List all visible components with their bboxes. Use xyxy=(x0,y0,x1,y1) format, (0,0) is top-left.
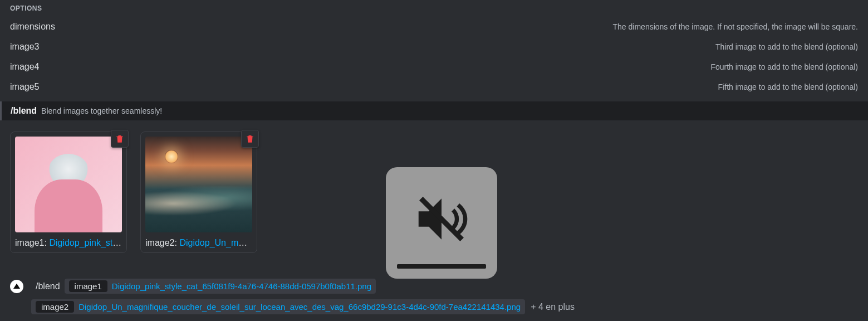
attachment-filename: Digidop_Un_magni… xyxy=(179,238,252,247)
more-params-indicator[interactable]: + 4 en plus xyxy=(531,302,575,312)
volume-level-bar xyxy=(397,264,486,269)
attachment-caption: image1: Digidop_pink_style… xyxy=(15,238,122,248)
option-name: dimensions xyxy=(10,22,55,32)
option-dimensions[interactable]: dimensions The dimensions of the image. … xyxy=(10,17,858,37)
option-description: The dimensions of the image. If not spec… xyxy=(613,22,858,31)
options-panel: OPTIONS dimensions The dimensions of the… xyxy=(0,0,868,101)
command-hint-bar[interactable]: /blend Blend images together seamlessly! xyxy=(0,101,868,120)
command-hint-name: /blend xyxy=(11,106,37,116)
command-hint-description: Blend images together seamlessly! xyxy=(41,106,162,115)
option-name: image3 xyxy=(10,42,39,52)
param-key: image1 xyxy=(69,280,107,292)
attachment-key: image1 xyxy=(15,238,44,247)
delete-attachment-button[interactable] xyxy=(241,130,259,148)
option-name: image5 xyxy=(10,82,39,92)
attachment-filename: Digidop_pink_style… xyxy=(49,238,122,247)
attachment-thumbnail xyxy=(145,137,252,232)
command-name: /blend xyxy=(36,281,60,291)
speaker-muted-icon xyxy=(411,188,472,250)
bot-avatar xyxy=(10,280,23,293)
option-image5[interactable]: image5 Fifth image to add to the blend (… xyxy=(10,77,858,97)
volume-muted-osd xyxy=(386,167,497,279)
option-description: Fifth image to add to the blend (optiona… xyxy=(718,82,858,91)
option-description: Third image to add to the blend (optiona… xyxy=(715,42,858,51)
attachment-card-image1[interactable]: image1: Digidop_pink_style… xyxy=(10,132,127,253)
sail-icon xyxy=(12,282,21,291)
param-value: Digidop_pink_style_cat_65f081f9-4a76-474… xyxy=(112,281,371,291)
command-input-area[interactable]: /blend image1 Digidop_pink_style_cat_65f… xyxy=(0,279,868,314)
trash-icon xyxy=(245,134,255,144)
option-description: Fourth image to add to the blend (option… xyxy=(710,62,858,71)
option-image4[interactable]: image4 Fourth image to add to the blend … xyxy=(10,57,858,77)
param-key: image2 xyxy=(36,301,74,313)
delete-attachment-button[interactable] xyxy=(111,130,129,148)
attachment-key: image2 xyxy=(145,238,174,247)
trash-icon xyxy=(115,134,125,144)
param-value: Digidop_Un_magnifique_coucher_de_soleil_… xyxy=(79,302,521,312)
option-name: image4 xyxy=(10,62,39,72)
option-image3[interactable]: image3 Third image to add to the blend (… xyxy=(10,37,858,57)
param-image1[interactable]: image1 Digidop_pink_style_cat_65f081f9-4… xyxy=(65,279,376,294)
attachment-thumbnail xyxy=(15,137,122,232)
attachment-card-image2[interactable]: image2: Digidop_Un_magni… xyxy=(140,132,257,253)
attachment-caption: image2: Digidop_Un_magni… xyxy=(145,238,252,248)
options-header: OPTIONS xyxy=(10,4,858,12)
param-image2[interactable]: image2 Digidop_Un_magnifique_coucher_de_… xyxy=(31,299,525,314)
